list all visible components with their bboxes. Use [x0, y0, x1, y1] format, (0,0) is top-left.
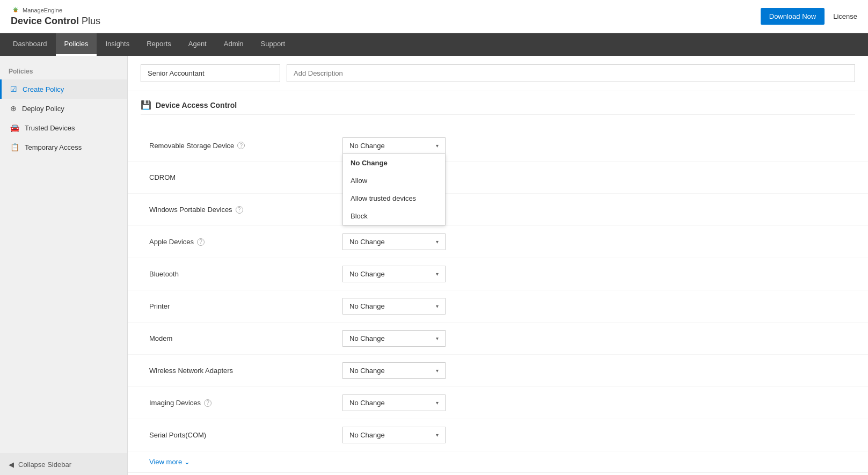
select-bluetooth[interactable]: No Change▾	[342, 266, 446, 282]
select-imaging-devices[interactable]: No Change▾	[342, 394, 446, 411]
device-row-wireless-network: Wireless Network AdaptersNo Change▾	[128, 355, 868, 387]
dropdown-item-block[interactable]: Block	[343, 207, 445, 225]
deploy-policy-icon: ⊕	[10, 104, 17, 113]
help-icon-windows-portable[interactable]: ?	[236, 206, 243, 214]
select-removable-storage[interactable]: No Change▾No ChangeAllowAllow trusted de…	[342, 137, 446, 154]
chevron-icon-bluetooth: ▾	[436, 271, 439, 277]
device-label-bluetooth: Bluetooth	[149, 270, 342, 278]
sidebar-item-create-policy[interactable]: ☑ Create Policy	[0, 79, 127, 99]
select-wireless-network[interactable]: No Change▾	[342, 362, 446, 379]
device-row-apple-devices: Apple Devices?No Change▾	[128, 226, 868, 258]
select-display-apple-devices[interactable]: No Change▾	[342, 233, 446, 250]
chevron-icon-serial-ports: ▾	[436, 432, 439, 438]
download-now-button[interactable]: Download Now	[761, 8, 825, 25]
select-serial-ports[interactable]: No Change▾	[342, 427, 446, 443]
sidebar-item-deploy-policy[interactable]: ⊕ Deploy Policy	[0, 99, 127, 118]
device-label-cdrom: CDROM	[149, 173, 342, 181]
select-modem[interactable]: No Change▾	[342, 330, 446, 347]
logo-area: ManageEngine Device Control Plus	[11, 6, 100, 27]
nav-item-support[interactable]: Support	[252, 33, 294, 56]
device-row-bluetooth: BluetoothNo Change▾	[128, 258, 868, 290]
view-more-chevron-icon: ⌄	[184, 458, 190, 466]
nav-item-agent[interactable]: Agent	[180, 33, 215, 56]
dropdown-removable-storage: No ChangeAllowAllow trusted devicesBlock	[342, 154, 446, 225]
device-audit-title: ⚙ Device Audit Settings	[128, 472, 868, 475]
device-label-imaging-devices: Imaging Devices?	[149, 399, 342, 407]
device-row-serial-ports: Serial Ports(COM)No Change▾	[128, 419, 868, 451]
view-more-button[interactable]: View more ⌄	[128, 451, 868, 472]
select-display-bluetooth[interactable]: No Change▾	[342, 266, 446, 282]
select-printer[interactable]: No Change▾	[342, 298, 446, 315]
main-content: 💾 Device Access Control Removable Storag…	[128, 56, 868, 475]
select-apple-devices[interactable]: No Change▾	[342, 233, 446, 250]
chevron-icon-apple-devices: ▾	[436, 239, 439, 245]
collapse-sidebar-icon: ◀	[9, 461, 14, 469]
logo-product: Device Control Plus	[11, 16, 100, 27]
device-label-removable-storage: Removable Storage Device?	[149, 142, 342, 150]
chevron-icon-printer: ▾	[436, 303, 439, 309]
device-row-printer: PrinterNo Change▾	[128, 290, 868, 323]
device-row-removable-storage: Removable Storage Device?No Change▾No Ch…	[128, 130, 868, 162]
help-icon-imaging-devices[interactable]: ?	[204, 399, 211, 407]
policy-name-bar	[128, 56, 868, 91]
device-label-windows-portable: Windows Portable Devices?	[149, 206, 342, 214]
logo-brand: ManageEngine	[11, 6, 100, 16]
device-access-icon: 💾	[141, 100, 151, 110]
sidebar-item-temporary-access[interactable]: 📋 Temporary Access	[0, 137, 127, 157]
sidebar: Policies ☑ Create Policy ⊕ Deploy Policy…	[0, 56, 128, 475]
policy-desc-input[interactable]	[287, 64, 855, 82]
device-row-modem: ModemNo Change▾	[128, 323, 868, 355]
device-access-section: 💾 Device Access Control	[128, 91, 868, 130]
layout: Policies ☑ Create Policy ⊕ Deploy Policy…	[0, 56, 868, 475]
select-display-modem[interactable]: No Change▾	[342, 330, 446, 347]
nav-bar: Dashboard Policies Insights Reports Agen…	[0, 33, 868, 56]
sidebar-section-label: Policies	[0, 64, 127, 79]
sidebar-item-trusted-devices[interactable]: 🚘 Trusted Devices	[0, 118, 127, 137]
header-actions: Download Now License	[761, 8, 857, 25]
select-display-printer[interactable]: No Change▾	[342, 298, 446, 315]
sidebar-top: Policies ☑ Create Policy ⊕ Deploy Policy…	[0, 56, 127, 161]
select-display-serial-ports[interactable]: No Change▾	[342, 427, 446, 443]
chevron-icon-wireless-network: ▾	[436, 368, 439, 374]
trusted-devices-icon: 🚘	[10, 123, 19, 132]
device-row-cdrom: CDROMNo Change▾	[128, 162, 868, 194]
nav-item-dashboard[interactable]: Dashboard	[4, 33, 56, 56]
create-policy-icon: ☑	[10, 85, 17, 93]
nav-item-insights[interactable]: Insights	[97, 33, 138, 56]
license-link[interactable]: License	[833, 12, 857, 20]
header: ManageEngine Device Control Plus Downloa…	[0, 0, 868, 33]
temporary-access-icon: 📋	[10, 143, 19, 151]
sidebar-item-trusted-devices-label: Trusted Devices	[25, 124, 75, 132]
select-display-imaging-devices[interactable]: No Change▾	[342, 394, 446, 411]
device-label-modem: Modem	[149, 334, 342, 342]
nav-item-reports[interactable]: Reports	[138, 33, 180, 56]
chevron-icon-imaging-devices: ▾	[436, 400, 439, 406]
device-label-printer: Printer	[149, 302, 342, 310]
device-rows-container: Removable Storage Device?No Change▾No Ch…	[128, 130, 868, 451]
sidebar-item-temporary-access-label: Temporary Access	[25, 143, 82, 151]
nav-item-admin[interactable]: Admin	[215, 33, 252, 56]
policy-name-input[interactable]	[141, 64, 280, 82]
device-row-windows-portable: Windows Portable Devices?No Change▾	[128, 194, 868, 226]
help-icon-removable-storage[interactable]: ?	[237, 142, 245, 149]
sidebar-item-deploy-policy-label: Deploy Policy	[22, 105, 64, 113]
help-icon-apple-devices[interactable]: ?	[197, 238, 205, 246]
device-label-apple-devices: Apple Devices?	[149, 238, 342, 246]
device-access-title: 💾 Device Access Control	[141, 100, 855, 115]
chevron-icon-modem: ▾	[436, 335, 439, 341]
select-display-wireless-network[interactable]: No Change▾	[342, 362, 446, 379]
device-label-wireless-network: Wireless Network Adapters	[149, 367, 342, 375]
collapse-sidebar-button[interactable]: ◀ Collapse Sidebar	[0, 454, 127, 475]
device-row-imaging-devices: Imaging Devices?No Change▾	[128, 387, 868, 419]
device-label-serial-ports: Serial Ports(COM)	[149, 431, 342, 439]
dropdown-item-allow[interactable]: Allow	[343, 172, 445, 189]
dropdown-item-no-change[interactable]: No Change	[343, 154, 445, 172]
select-display-removable-storage[interactable]: No Change▾	[342, 137, 446, 154]
dropdown-item-allow-trusted-devices[interactable]: Allow trusted devices	[343, 189, 445, 207]
sidebar-item-create-policy-label: Create Policy	[23, 85, 64, 93]
nav-item-policies[interactable]: Policies	[56, 33, 97, 56]
chevron-icon-removable-storage: ▾	[436, 143, 439, 149]
collapse-sidebar-label: Collapse Sidebar	[18, 461, 71, 469]
